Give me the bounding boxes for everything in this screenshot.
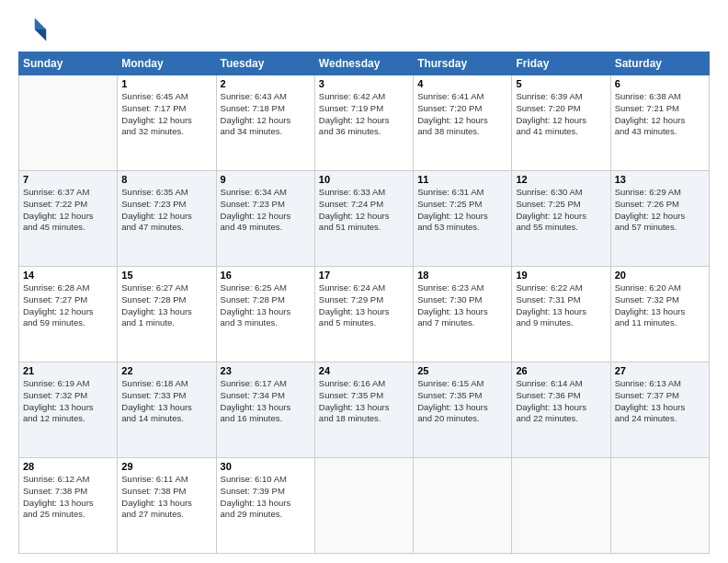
- calendar-cell: [19, 75, 118, 171]
- svg-marker-0: [35, 18, 46, 29]
- svg-marker-1: [35, 29, 46, 40]
- day-info: Sunrise: 6:16 AM Sunset: 7:35 PM Dayligh…: [319, 378, 409, 425]
- calendar-cell: 28Sunrise: 6:12 AM Sunset: 7:38 PM Dayli…: [19, 458, 118, 554]
- weekday-header-sunday: Sunday: [19, 52, 118, 75]
- calendar-cell: [414, 458, 512, 554]
- calendar-cell: 27Sunrise: 6:13 AM Sunset: 7:37 PM Dayli…: [610, 362, 709, 458]
- day-info: Sunrise: 6:42 AM Sunset: 7:19 PM Dayligh…: [319, 91, 409, 138]
- calendar-cell: 6Sunrise: 6:38 AM Sunset: 7:21 PM Daylig…: [610, 75, 709, 171]
- day-number: 30: [221, 461, 311, 472]
- day-info: Sunrise: 6:31 AM Sunset: 7:25 PM Dayligh…: [417, 187, 507, 234]
- day-number: 29: [121, 461, 211, 472]
- day-number: 10: [319, 174, 409, 185]
- weekday-header-tuesday: Tuesday: [216, 52, 314, 75]
- calendar-cell: 25Sunrise: 6:15 AM Sunset: 7:35 PM Dayli…: [414, 362, 512, 458]
- calendar-cell: 2Sunrise: 6:43 AM Sunset: 7:18 PM Daylig…: [216, 75, 314, 171]
- calendar-cell: 8Sunrise: 6:35 AM Sunset: 7:23 PM Daylig…: [118, 171, 216, 267]
- day-info: Sunrise: 6:30 AM Sunset: 7:25 PM Dayligh…: [516, 187, 606, 234]
- day-number: 28: [23, 461, 113, 472]
- day-info: Sunrise: 6:43 AM Sunset: 7:18 PM Dayligh…: [221, 91, 311, 138]
- logo: [18, 15, 51, 44]
- calendar-cell: 11Sunrise: 6:31 AM Sunset: 7:25 PM Dayli…: [414, 171, 512, 267]
- day-info: Sunrise: 6:15 AM Sunset: 7:35 PM Dayligh…: [417, 378, 507, 425]
- day-info: Sunrise: 6:25 AM Sunset: 7:28 PM Dayligh…: [221, 282, 311, 329]
- day-info: Sunrise: 6:20 AM Sunset: 7:32 PM Dayligh…: [615, 282, 705, 329]
- calendar-cell: 23Sunrise: 6:17 AM Sunset: 7:34 PM Dayli…: [216, 362, 314, 458]
- weekday-header-thursday: Thursday: [414, 52, 512, 75]
- day-number: 22: [121, 365, 211, 376]
- day-number: 7: [23, 174, 113, 185]
- day-number: 21: [23, 365, 113, 376]
- day-number: 8: [121, 174, 211, 185]
- day-number: 25: [417, 365, 507, 376]
- day-info: Sunrise: 6:18 AM Sunset: 7:33 PM Dayligh…: [121, 378, 211, 425]
- day-number: 20: [615, 270, 705, 281]
- header: [18, 15, 710, 44]
- day-info: Sunrise: 6:37 AM Sunset: 7:22 PM Dayligh…: [23, 187, 113, 234]
- weekday-header-saturday: Saturday: [610, 52, 709, 75]
- day-number: 5: [516, 78, 606, 89]
- calendar-cell: [314, 458, 413, 554]
- calendar-cell: [610, 458, 709, 554]
- day-number: 13: [615, 174, 705, 185]
- calendar-week-row-2: 14Sunrise: 6:28 AM Sunset: 7:27 PM Dayli…: [19, 267, 710, 362]
- weekday-header-friday: Friday: [512, 52, 610, 75]
- calendar-cell: 5Sunrise: 6:39 AM Sunset: 7:20 PM Daylig…: [512, 75, 610, 171]
- day-info: Sunrise: 6:13 AM Sunset: 7:37 PM Dayligh…: [615, 378, 705, 425]
- calendar-cell: 17Sunrise: 6:24 AM Sunset: 7:29 PM Dayli…: [314, 267, 413, 362]
- day-info: Sunrise: 6:29 AM Sunset: 7:26 PM Dayligh…: [615, 187, 705, 234]
- day-info: Sunrise: 6:41 AM Sunset: 7:20 PM Dayligh…: [417, 91, 507, 138]
- calendar-cell: 4Sunrise: 6:41 AM Sunset: 7:20 PM Daylig…: [414, 75, 512, 171]
- calendar-cell: 19Sunrise: 6:22 AM Sunset: 7:31 PM Dayli…: [512, 267, 610, 362]
- day-number: 15: [121, 270, 211, 281]
- day-info: Sunrise: 6:19 AM Sunset: 7:32 PM Dayligh…: [23, 378, 113, 425]
- calendar-cell: 14Sunrise: 6:28 AM Sunset: 7:27 PM Dayli…: [19, 267, 118, 362]
- calendar-week-row-3: 21Sunrise: 6:19 AM Sunset: 7:32 PM Dayli…: [19, 362, 710, 458]
- day-number: 14: [23, 270, 113, 281]
- calendar-cell: 10Sunrise: 6:33 AM Sunset: 7:24 PM Dayli…: [314, 171, 413, 267]
- day-number: 12: [516, 174, 606, 185]
- day-number: 26: [516, 365, 606, 376]
- calendar-week-row-0: 1Sunrise: 6:45 AM Sunset: 7:17 PM Daylig…: [19, 75, 710, 171]
- calendar-cell: 29Sunrise: 6:11 AM Sunset: 7:38 PM Dayli…: [118, 458, 216, 554]
- day-info: Sunrise: 6:33 AM Sunset: 7:24 PM Dayligh…: [319, 187, 409, 234]
- calendar-table: SundayMondayTuesdayWednesdayThursdayFrid…: [18, 52, 710, 554]
- day-number: 3: [319, 78, 409, 89]
- page: SundayMondayTuesdayWednesdayThursdayFrid…: [0, 0, 728, 563]
- weekday-header-wednesday: Wednesday: [314, 52, 413, 75]
- day-info: Sunrise: 6:22 AM Sunset: 7:31 PM Dayligh…: [516, 282, 606, 329]
- calendar-cell: 21Sunrise: 6:19 AM Sunset: 7:32 PM Dayli…: [19, 362, 118, 458]
- day-number: 11: [417, 174, 507, 185]
- calendar-cell: [512, 458, 610, 554]
- day-info: Sunrise: 6:34 AM Sunset: 7:23 PM Dayligh…: [221, 187, 311, 234]
- day-info: Sunrise: 6:14 AM Sunset: 7:36 PM Dayligh…: [516, 378, 606, 425]
- day-number: 6: [615, 78, 705, 89]
- day-info: Sunrise: 6:23 AM Sunset: 7:30 PM Dayligh…: [417, 282, 507, 329]
- day-number: 16: [221, 270, 311, 281]
- day-number: 23: [221, 365, 311, 376]
- day-info: Sunrise: 6:45 AM Sunset: 7:17 PM Dayligh…: [121, 91, 211, 138]
- calendar-cell: 16Sunrise: 6:25 AM Sunset: 7:28 PM Dayli…: [216, 267, 314, 362]
- day-info: Sunrise: 6:17 AM Sunset: 7:34 PM Dayligh…: [221, 378, 311, 425]
- logo-icon: [18, 15, 48, 44]
- calendar-week-row-1: 7Sunrise: 6:37 AM Sunset: 7:22 PM Daylig…: [19, 171, 710, 267]
- day-info: Sunrise: 6:39 AM Sunset: 7:20 PM Dayligh…: [516, 91, 606, 138]
- calendar-cell: 15Sunrise: 6:27 AM Sunset: 7:28 PM Dayli…: [118, 267, 216, 362]
- calendar-cell: 20Sunrise: 6:20 AM Sunset: 7:32 PM Dayli…: [610, 267, 709, 362]
- calendar-cell: 12Sunrise: 6:30 AM Sunset: 7:25 PM Dayli…: [512, 171, 610, 267]
- day-number: 27: [615, 365, 705, 376]
- calendar-cell: 13Sunrise: 6:29 AM Sunset: 7:26 PM Dayli…: [610, 171, 709, 267]
- calendar-cell: 26Sunrise: 6:14 AM Sunset: 7:36 PM Dayli…: [512, 362, 610, 458]
- calendar-cell: 3Sunrise: 6:42 AM Sunset: 7:19 PM Daylig…: [314, 75, 413, 171]
- day-info: Sunrise: 6:24 AM Sunset: 7:29 PM Dayligh…: [319, 282, 409, 329]
- calendar-cell: 7Sunrise: 6:37 AM Sunset: 7:22 PM Daylig…: [19, 171, 118, 267]
- calendar-week-row-4: 28Sunrise: 6:12 AM Sunset: 7:38 PM Dayli…: [19, 458, 710, 554]
- calendar-cell: 18Sunrise: 6:23 AM Sunset: 7:30 PM Dayli…: [414, 267, 512, 362]
- day-info: Sunrise: 6:35 AM Sunset: 7:23 PM Dayligh…: [121, 187, 211, 234]
- day-number: 4: [417, 78, 507, 89]
- calendar-cell: 22Sunrise: 6:18 AM Sunset: 7:33 PM Dayli…: [118, 362, 216, 458]
- weekday-header-monday: Monday: [118, 52, 216, 75]
- day-number: 1: [121, 78, 211, 89]
- day-number: 2: [221, 78, 311, 89]
- day-info: Sunrise: 6:12 AM Sunset: 7:38 PM Dayligh…: [23, 474, 113, 521]
